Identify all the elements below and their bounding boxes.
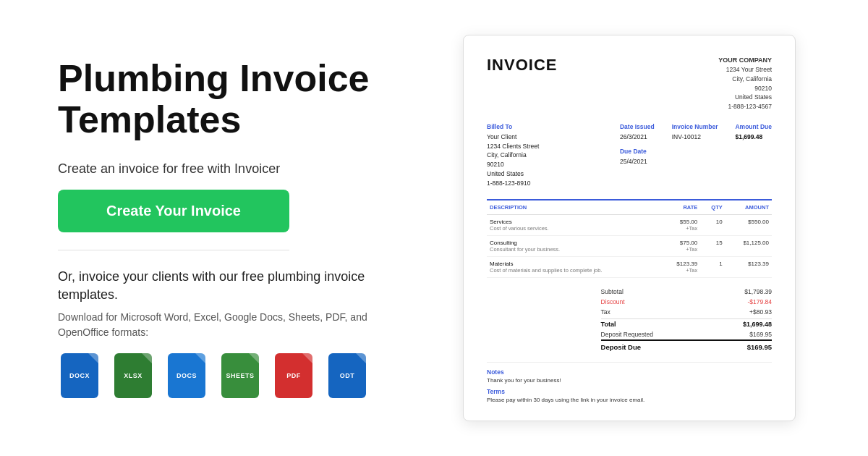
discount-value: -$179.84 [747,298,772,305]
odt-label: ODT [340,372,355,379]
file-icon-gdocs[interactable]: DOCS [165,353,208,398]
col-description: DESCRIPTION [487,200,661,215]
item-3-qty: 1 [700,257,726,278]
create-invoice-button[interactable]: Create Your Invoice [58,190,289,232]
item-3-name: Materials [490,261,658,267]
discount-row: Discount -$179.84 [601,297,772,307]
item-1-rate: $55.00 [664,219,697,225]
item-1-qty: 10 [700,215,726,236]
notes-text: Thank you for your business! [487,377,772,384]
billed-to-name: Your Client [487,132,605,142]
page-title: Plumbing Invoice Templates [58,58,405,140]
invoice-number-value: INV-10012 [672,132,718,142]
deposit-due-label: Deposit Due [601,343,641,351]
item-2-name: Consulting [490,240,658,246]
file-icon-gsheets[interactable]: SHEETS [218,353,262,398]
right-panel: INVOICE YOUR COMPANY 1234 Your Street Ci… [448,35,810,422]
invoice-card: INVOICE YOUR COMPANY 1234 Your Street Ci… [463,35,796,422]
subtotal-row: Subtotal $1,798.39 [601,287,772,297]
docx-label: DOCX [69,372,90,379]
file-icon-pdf[interactable]: PDF [272,353,315,398]
company-address4: United States [718,93,772,102]
item-3-rate: $123.39 [664,261,697,267]
subtitle-text: Create an invoice for free with Invoicer [58,161,405,177]
invoice-table: DESCRIPTION RATE QTY AMOUNT Services Cos… [487,199,772,278]
gdocs-label: DOCS [176,372,197,379]
company-name: YOUR COMPANY [718,56,772,66]
terms-text: Please pay within 30 days using the link… [487,397,772,403]
item-1-name: Services [490,219,658,225]
item-2-desc: Consultant for your business. [490,246,658,253]
billed-to-phone: 1-888-123-8910 [487,179,605,188]
tax-row: Tax +$80.93 [601,307,772,317]
billed-to-addr4: United States [487,169,605,179]
billed-to-label: Billed To [487,123,605,130]
xlsx-label: XLSX [124,372,142,379]
tax-label: Tax [601,308,610,316]
col-qty: QTY [700,200,726,215]
invoice-title: INVOICE [487,56,557,75]
company-address1: 1234 Your Street [718,65,772,75]
discount-label: Discount [601,298,625,305]
company-phone: 1-888-123-4567 [718,102,772,111]
item-1-desc: Cost of various services. [490,225,658,232]
gsheets-label: SHEETS [226,372,254,379]
deposit-due-row: Deposit Due $169.95 [601,341,772,353]
company-address2: City, California [718,75,772,84]
item-2-tax: +Tax [664,246,697,253]
due-date-block: Due Date 25/4/2021 [620,148,772,166]
invoice-number-label: Invoice Number [672,123,718,130]
item-1-amount: $550.00 [726,215,772,236]
deposit-due-value: $169.95 [747,343,772,351]
invoice-meta: Billed To Your Client 1234 Clients Stree… [487,123,772,188]
invoice-header: INVOICE YOUR COMPANY 1234 Your Street Ci… [487,56,772,111]
due-date-label: Due Date [620,148,772,155]
deposit-req-label: Deposit Requested [601,331,653,338]
left-panel: Plumbing Invoice Templates Create an inv… [58,58,405,398]
deposit-requested-row: Deposit Requested $169.95 [601,329,772,341]
pdf-label: PDF [286,372,301,379]
invoice-dates-section: Date Issued 26/3/2021 Invoice Number INV… [620,123,772,188]
due-date-value: 25/4/2021 [620,157,772,166]
item-3-amount: $123.39 [726,257,772,278]
date-issued-block: Date Issued 26/3/2021 [620,123,655,142]
item-1-tax: +Tax [664,225,697,232]
deposit-req-value: $169.95 [749,331,772,338]
item-2-amount: $1,125.00 [726,236,772,257]
col-rate: RATE [661,200,700,215]
invoice-notes-section: Notes Thank you for your business! Terms… [487,362,772,403]
billed-to-addr2: City, California [487,151,605,160]
billed-to-addr3: 90210 [487,160,605,169]
divider [58,250,289,250]
billed-to-addr1: 1234 Clients Street [487,142,605,151]
billed-to-section: Billed To Your Client 1234 Clients Stree… [487,123,605,188]
company-address3: 90210 [718,84,772,93]
terms-label: Terms [487,388,772,395]
format-text: Download for Microsoft Word, Excel, Goog… [58,310,405,340]
amount-due-label: Amount Due [735,123,772,130]
table-row: Materials Cost of materials and supplies… [487,257,772,278]
alt-text: Or, invoice your clients with our free p… [58,268,405,304]
subtotal-value: $1,798.39 [744,288,772,295]
item-3-desc: Cost of materials and supplies to comple… [490,267,658,274]
file-icon-docx[interactable]: DOCX [58,353,101,398]
invoice-number-block: Invoice Number INV-10012 [672,123,718,142]
subtotal-label: Subtotal [601,288,624,295]
amount-due-block: Amount Due $1,699.48 [735,123,772,142]
table-row: Consulting Consultant for your business.… [487,236,772,257]
file-icon-xlsx[interactable]: XLSX [111,353,155,398]
notes-label: Notes [487,368,772,376]
item-3-tax: +Tax [664,267,697,274]
amount-due-value: $1,699.48 [735,132,772,142]
table-row: Services Cost of various services. $55.0… [487,215,772,236]
date-issued-group: Date Issued 26/3/2021 Invoice Number INV… [620,123,772,142]
date-issued-label: Date Issued [620,123,655,130]
total-label: Total [601,321,616,328]
total-value: $1,699.48 [743,321,772,328]
company-info: YOUR COMPANY 1234 Your Street City, Cali… [718,56,772,111]
col-amount: AMOUNT [726,200,772,215]
date-issued-value: 26/3/2021 [620,132,655,142]
file-icon-odt[interactable]: ODT [326,353,369,398]
total-row: Total $1,699.48 [601,318,772,329]
item-2-qty: 15 [700,236,726,257]
